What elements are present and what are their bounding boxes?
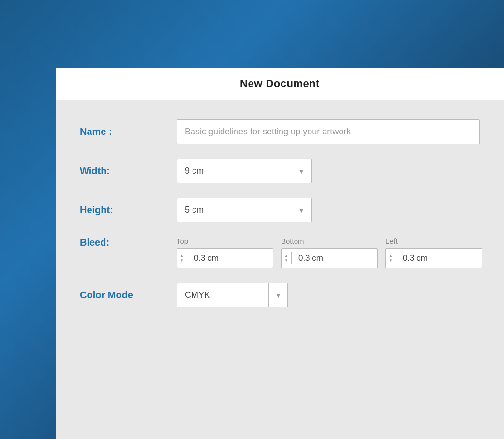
bleed-bottom-up-icon[interactable]: ▲ — [284, 253, 288, 258]
width-control: 9 cm ▼ — [177, 159, 480, 183]
width-row: Width: 9 cm ▼ — [80, 159, 480, 183]
height-dropdown-arrow-icon: ▼ — [291, 206, 311, 214]
bleed-top-spinner[interactable]: ▲ ▼ 0.3 cm — [177, 248, 273, 268]
bleed-left-spinner-buttons: ▲ ▼ — [386, 252, 396, 264]
bleed-top-value: 0.3 cm — [187, 249, 225, 268]
bleed-bottom-group: Bottom ▲ ▼ 0.3 cm — [281, 237, 378, 268]
width-value: 9 cm — [177, 159, 291, 183]
height-select[interactable]: 5 cm ▼ — [177, 198, 312, 222]
new-document-dialog: New Document Name : Width: 9 cm ▼ Height… — [56, 68, 504, 439]
name-row: Name : — [80, 119, 480, 144]
bleed-top-label: Top — [177, 237, 273, 245]
dialog-title: New Document — [240, 77, 320, 89]
bleed-bottom-label: Bottom — [281, 237, 378, 245]
bleed-controls: Top ▲ ▼ 0.3 cm Bottom — [177, 237, 482, 268]
color-mode-select[interactable]: CMYK ▼ — [177, 283, 288, 307]
bleed-left-group: Left ▲ ▼ 0.3 cm — [385, 237, 482, 268]
bleed-left-down-icon[interactable]: ▼ — [389, 258, 393, 263]
name-control — [177, 119, 480, 144]
bleed-bottom-spinner-buttons: ▲ ▼ — [282, 252, 292, 264]
height-value: 5 cm — [177, 198, 291, 222]
bleed-bottom-down-icon[interactable]: ▼ — [284, 258, 288, 263]
bleed-left-up-icon[interactable]: ▲ — [389, 253, 393, 258]
color-mode-value: CMYK — [177, 283, 268, 307]
bleed-label: Bleed: — [80, 237, 177, 248]
height-row: Height: 5 cm ▼ — [80, 198, 480, 222]
bleed-bottom-value: 0.3 cm — [292, 249, 330, 268]
bleed-top-down-icon[interactable]: ▼ — [180, 258, 184, 263]
dialog-header: New Document — [56, 68, 504, 100]
height-control: 5 cm ▼ — [177, 198, 480, 222]
name-input[interactable] — [177, 119, 480, 144]
bleed-top-group: Top ▲ ▼ 0.3 cm — [177, 237, 273, 268]
height-label: Height: — [80, 205, 177, 216]
color-mode-row: Color Mode CMYK ▼ — [80, 283, 480, 307]
name-label: Name : — [80, 126, 177, 137]
dialog-body: Name : Width: 9 cm ▼ Height: 5 cm ▼ — [56, 100, 504, 341]
bleed-row: Bleed: Top ▲ ▼ 0.3 cm — [80, 237, 480, 268]
color-mode-control: CMYK ▼ — [177, 283, 480, 307]
color-mode-label: Color Mode — [80, 290, 177, 301]
color-mode-dropdown-arrow-icon: ▼ — [268, 283, 287, 307]
width-label: Width: — [80, 165, 177, 176]
width-select[interactable]: 9 cm ▼ — [177, 159, 312, 183]
bleed-top-spinner-buttons: ▲ ▼ — [177, 252, 187, 264]
bleed-bottom-spinner[interactable]: ▲ ▼ 0.3 cm — [281, 248, 378, 268]
bleed-left-value: 0.3 cm — [396, 249, 434, 268]
bleed-control: Top ▲ ▼ 0.3 cm Bottom — [177, 237, 482, 268]
bleed-top-up-icon[interactable]: ▲ — [180, 253, 184, 258]
bleed-left-spinner[interactable]: ▲ ▼ 0.3 cm — [385, 248, 482, 268]
width-dropdown-arrow-icon: ▼ — [291, 167, 311, 175]
bleed-left-label: Left — [385, 237, 482, 245]
